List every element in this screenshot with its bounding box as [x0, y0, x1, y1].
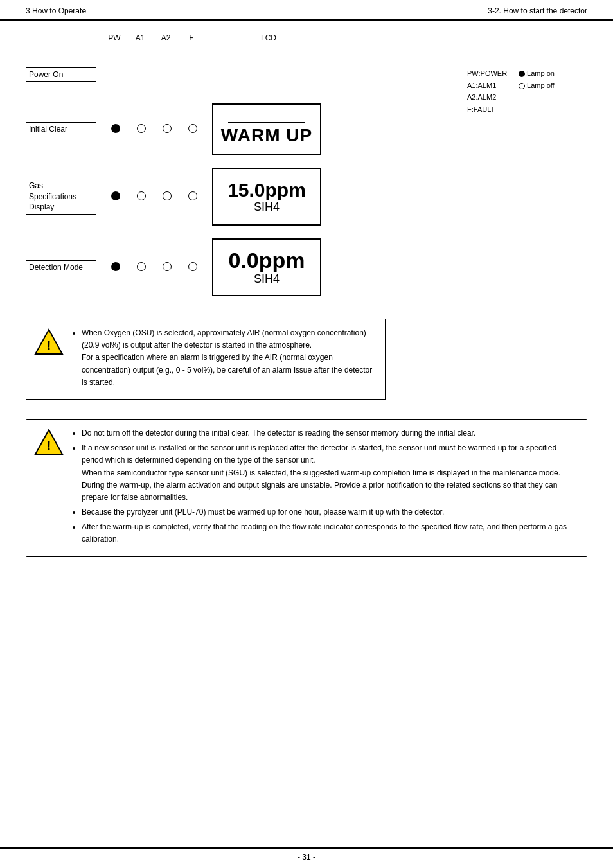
legend-key-a2: A2:ALM2: [467, 91, 512, 103]
legend-empty-icon: [519, 83, 525, 89]
legend-row-1: PW:POWER :Lamp on: [467, 67, 579, 80]
legend-filled-icon: [519, 71, 525, 77]
col-a1: A1: [127, 33, 153, 42]
lcd-detection: 0.0ppm SIH4: [212, 238, 321, 296]
page: 3 How to Operate 3-2. How to start the d…: [0, 0, 613, 868]
ind-a1-initialclear: [129, 123, 154, 135]
lcd-gasspec-sub: SIH4: [254, 200, 280, 215]
header-left: 3 How to Operate: [26, 6, 86, 15]
warning-icon-2: !: [34, 427, 64, 457]
indicator-empty-a2-det: [163, 262, 172, 271]
warning-icon-1: !: [34, 327, 64, 357]
legend-row-4: F:FAULT: [467, 103, 579, 116]
legend-key-a1: A1:ALM1: [467, 80, 512, 92]
lcd-line1: [228, 113, 305, 123]
indicator-filled-pw: [111, 124, 120, 133]
ind-pw-detection: [103, 261, 129, 273]
indicator-empty-a1-gas: [137, 191, 146, 200]
legend-val-lamp-on: :Lamp on: [519, 67, 555, 80]
indicator-empty-f-det: [188, 262, 197, 271]
step-label-initialclear: Initial Clear: [26, 122, 96, 137]
warning-box-1: ! When Oxygen (OSU) is selected, approxi…: [26, 319, 386, 400]
legend-key-f: F:FAULT: [467, 103, 512, 116]
warning-text-2: Do not turn off the detector during the …: [70, 427, 576, 549]
step-row-detection: Detection Mode: [26, 235, 446, 299]
step-row-poweron: Power On: [26, 55, 446, 94]
warning-text-1: When Oxygen (OSU) is selected, approxima…: [70, 327, 375, 391]
step-row-initialclear: Initial Clear: [26, 100, 446, 158]
steps-column: Power On Initial Clear: [26, 55, 446, 306]
step-label-detection: Detection Mode: [26, 260, 96, 275]
ind-a2-initialclear: [154, 123, 180, 135]
ind-a2-gasspec: [154, 191, 180, 202]
warning2-bullet3: Because the pyrolyzer unit (PLU-70) must…: [82, 506, 576, 518]
indicators-detection: [103, 261, 206, 273]
ind-f-gasspec: [180, 191, 206, 202]
ind-pw-gasspec: [103, 191, 129, 202]
warning2-bullet2: If a new sensor unit is installed or the…: [82, 442, 576, 504]
legend-box: PW:POWER :Lamp on A1:ALM1 :Lamp off A2:A…: [459, 62, 587, 121]
header-right: 3-2. How to start the detector: [488, 6, 587, 15]
legend-row-3: A2:ALM2: [467, 91, 579, 103]
page-header: 3 How to Operate 3-2. How to start the d…: [0, 0, 613, 21]
indicator-empty-a2-gas: [163, 191, 172, 200]
legend-row-2: A1:ALM1 :Lamp off: [467, 80, 579, 92]
diagram-section: Power On Initial Clear: [26, 55, 587, 306]
lcd-warmup-text: WARM UP: [221, 125, 312, 146]
indicators-gasspec: [103, 191, 206, 202]
page-number: - 31 -: [298, 853, 315, 862]
col-a2: A2: [153, 33, 179, 42]
page-footer: - 31 -: [0, 847, 613, 862]
indicators-initialclear: [103, 123, 206, 135]
main-content: PW A1 A2 F LCD Power On: [0, 21, 613, 570]
indicator-empty-a1-det: [137, 262, 146, 271]
warning2-bullet4: After the warm-up is completed, verify t…: [82, 521, 576, 545]
lcd-detection-sub: SIH4: [254, 272, 280, 287]
warning1-bullet1: When Oxygen (OSU) is selected, approxima…: [82, 327, 375, 389]
lcd-gasspec-value: 15.0ppm: [227, 179, 306, 200]
legend-key-pw: PW:POWER: [467, 67, 512, 80]
lcd-gasspec: 15.0ppm SIH4: [212, 168, 321, 226]
svg-text:!: !: [46, 337, 51, 353]
step-label-gasspec: Gas Specifications Display: [26, 179, 96, 215]
indicator-filled-pw-det: [111, 262, 120, 271]
svg-text:!: !: [46, 438, 51, 454]
indicator-empty-a1: [137, 124, 146, 133]
lcd-initialclear: WARM UP: [212, 103, 321, 155]
step-label-poweron: Power On: [26, 67, 96, 82]
ind-f-detection: [180, 261, 206, 273]
ind-a1-detection: [129, 261, 154, 273]
ind-f-initialclear: [180, 123, 206, 135]
ind-a2-detection: [154, 261, 180, 273]
ind-a1-gasspec: [129, 191, 154, 202]
col-lcd: LCD: [211, 33, 326, 42]
col-pw: PW: [102, 33, 127, 42]
lcd-detection-value: 0.0ppm: [228, 249, 305, 272]
indicator-empty-f-gas: [188, 191, 197, 200]
indicator-filled-pw-gas: [111, 191, 120, 200]
col-f: F: [179, 33, 204, 42]
ind-pw-initialclear: [103, 123, 129, 135]
warning2-bullet1: Do not turn off the detector during the …: [82, 427, 576, 439]
column-headers: PW A1 A2 F LCD: [102, 33, 587, 42]
legend-val-lamp-off: :Lamp off: [519, 80, 555, 92]
indicator-empty-a2: [163, 124, 172, 133]
step-row-gasspec: Gas Specifications Display: [26, 164, 446, 229]
indicator-empty-f: [188, 124, 197, 133]
warning-box-2: ! Do not turn off the detector during th…: [26, 419, 587, 557]
